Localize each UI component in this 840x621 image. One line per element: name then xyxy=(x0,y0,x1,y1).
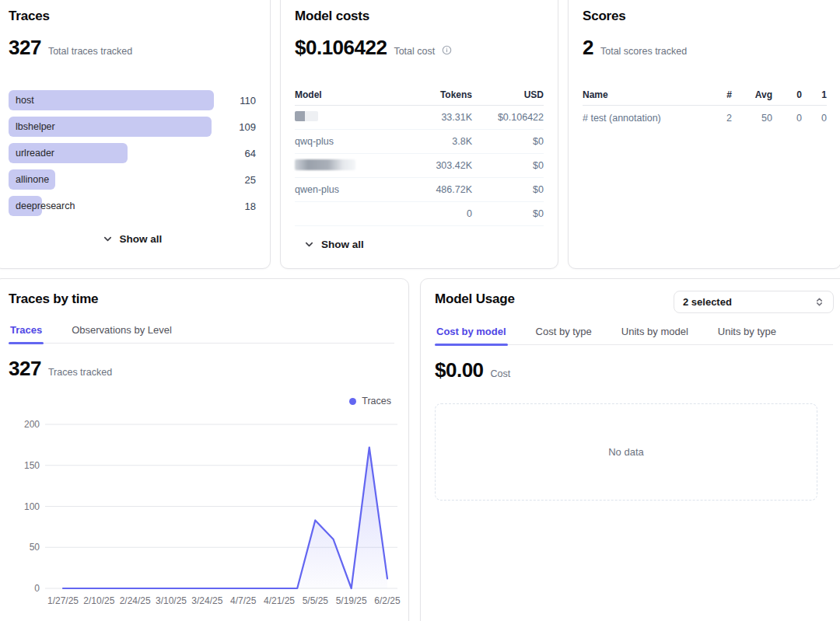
traces-line-chart: 0501001502001/27/252/10/252/24/253/10/25… xyxy=(0,403,410,621)
x-axis-tick: 3/10/25 xyxy=(156,595,187,606)
tab-observations-by-level[interactable]: Observations by Level xyxy=(70,324,173,343)
scores-total-label: Total scores tracked xyxy=(600,46,687,57)
traces-area-fill xyxy=(63,448,387,589)
model-name-cell xyxy=(295,111,402,124)
scores-header-row: Name#Avg01 xyxy=(583,85,827,106)
empty-state-box: No data xyxy=(435,403,817,501)
x-axis-tick: 2/24/25 xyxy=(120,595,151,606)
model-costs-show-all-label: Show all xyxy=(321,239,364,250)
column-header-tokens: Tokens xyxy=(402,89,472,100)
trace-bar-label: host xyxy=(9,95,34,106)
tokens-cell: 0 xyxy=(402,208,472,219)
redacted-model-name xyxy=(295,159,355,170)
traces-show-all-button[interactable]: Show all xyxy=(103,233,163,245)
scores-column-header: 1 xyxy=(802,89,827,100)
trace-bar-label: lbshelper xyxy=(9,121,55,132)
model-select-value: 2 selected xyxy=(683,296,732,308)
x-axis-tick: 4/21/25 xyxy=(264,595,295,606)
tab-cost-by-type[interactable]: Cost by type xyxy=(534,326,593,344)
usage-cost-value: $0.00 xyxy=(435,358,484,382)
trace-bar-track: urlreader xyxy=(9,143,223,163)
y-axis-tick: 50 xyxy=(30,542,40,553)
usd-cell: $0 xyxy=(472,160,544,171)
x-axis-tick: 3/24/25 xyxy=(191,595,222,606)
model-costs-row: 33.31K$0.106422 xyxy=(295,106,544,130)
updown-chevron-icon xyxy=(814,297,824,307)
traces-by-time-tabs: TracesObservations by Level xyxy=(9,324,394,344)
scores-column-header: Name xyxy=(583,89,698,100)
x-axis-tick: 4/7/25 xyxy=(230,595,257,606)
tab-cost-by-model[interactable]: Cost by model xyxy=(435,326,508,344)
model-usage-card: Model Usage 2 selected Cost by modelCost… xyxy=(420,278,840,621)
y-axis-tick: 200 xyxy=(24,419,40,430)
y-axis-tick: 150 xyxy=(24,460,40,471)
trace-bar-value: 25 xyxy=(223,174,256,186)
model-costs-row: qwen-plus486.72K$0 xyxy=(295,178,544,202)
usd-cell: $0.106422 xyxy=(472,112,544,123)
traces-metric-row: 327 Total traces tracked xyxy=(9,36,256,60)
model-costs-table: ModelTokensUSD33.31K$0.106422qwq-plus3.8… xyxy=(295,85,544,226)
tokens-cell: 303.42K xyxy=(402,160,472,171)
traces-tracked-count: 327 xyxy=(9,357,41,381)
score-name-cell: # test (annotation) xyxy=(583,113,698,124)
model-costs-header-row: ModelTokensUSD xyxy=(295,85,544,106)
usd-cell: $0 xyxy=(472,208,544,219)
tokens-cell: 33.31K xyxy=(402,112,472,123)
model-costs-card: Model costs $0.106422 Total cost ModelTo… xyxy=(280,0,558,269)
column-header-usd: USD xyxy=(472,89,544,100)
traces-show-all-label: Show all xyxy=(120,233,163,245)
scores-column-header: # xyxy=(698,89,732,100)
scores-total-count: 2 xyxy=(583,36,593,60)
info-icon[interactable] xyxy=(442,45,452,55)
trace-bar-row: urlreader64 xyxy=(9,143,256,163)
trace-bar-label: deepresearch xyxy=(9,201,75,211)
y-axis-tick: 0 xyxy=(34,583,40,594)
trace-bar[interactable]: deepresearch xyxy=(9,196,42,216)
tab-traces[interactable]: Traces xyxy=(9,324,44,343)
traces-by-time-card: Traces by time TracesObservations by Lev… xyxy=(0,278,409,621)
trace-bar-track: deepresearch xyxy=(9,196,223,216)
traces-bar-chart: host110lbshelper109urlreader64allinone25… xyxy=(9,90,256,216)
model-select-dropdown[interactable]: 2 selected xyxy=(674,291,834,313)
trace-bar-track: allinone xyxy=(9,169,223,190)
redacted-model-name xyxy=(295,111,318,121)
model-costs-row: 0$0 xyxy=(295,202,544,226)
trace-bar-label: urlreader xyxy=(9,148,54,159)
scores-column-header: 0 xyxy=(772,89,802,100)
tokens-cell: 486.72K xyxy=(402,184,472,195)
model-name-cell xyxy=(295,159,402,173)
traces-by-time-title: Traces by time xyxy=(9,291,394,307)
x-axis-tick: 5/5/25 xyxy=(303,595,329,606)
no-data-label: No data xyxy=(608,446,644,458)
tab-units-by-model[interactable]: Units by model xyxy=(620,326,690,344)
trace-bar[interactable]: allinone xyxy=(9,169,55,190)
x-axis-tick: 1/27/25 xyxy=(47,595,79,606)
x-axis-tick: 5/19/25 xyxy=(336,595,367,606)
trace-bar-row: allinone25 xyxy=(9,169,256,190)
trace-bar-value: 18 xyxy=(223,201,256,212)
usage-metric-row: $0.00 Cost xyxy=(435,358,833,382)
model-name-cell: qwen-plus xyxy=(295,184,402,195)
column-header-model: Model xyxy=(295,89,402,100)
total-cost-value: $0.106422 xyxy=(295,36,387,60)
scores-table: Name#Avg01# test (annotation)25000 xyxy=(583,85,827,130)
score-avg-cell: 50 xyxy=(732,113,772,124)
trace-bar[interactable]: urlreader xyxy=(9,143,128,163)
scores-row: # test (annotation)25000 xyxy=(583,106,827,130)
trace-bar-value: 109 xyxy=(223,121,256,133)
tab-units-by-type[interactable]: Units by type xyxy=(716,326,778,344)
trace-bar[interactable]: host xyxy=(9,90,214,110)
model-costs-row: 303.42K$0 xyxy=(295,154,544,178)
trace-bar-row: lbshelper109 xyxy=(9,117,256,137)
scores-column-header: Avg xyxy=(732,89,772,100)
traces-card-title: Traces xyxy=(9,9,256,24)
traces-card: Traces 327 Total traces tracked host110l… xyxy=(0,0,271,269)
trace-bar-value: 110 xyxy=(223,95,256,106)
x-axis-tick: 6/2/25 xyxy=(374,595,401,606)
trace-bar[interactable]: lbshelper xyxy=(9,117,212,137)
score-zero-cell: 0 xyxy=(772,113,802,124)
chevron-down-icon xyxy=(103,234,113,244)
model-costs-show-all-button[interactable]: Show all xyxy=(304,239,364,250)
trace-bar-value: 64 xyxy=(223,148,256,159)
model-costs-metric-row: $0.106422 Total cost xyxy=(295,36,544,60)
